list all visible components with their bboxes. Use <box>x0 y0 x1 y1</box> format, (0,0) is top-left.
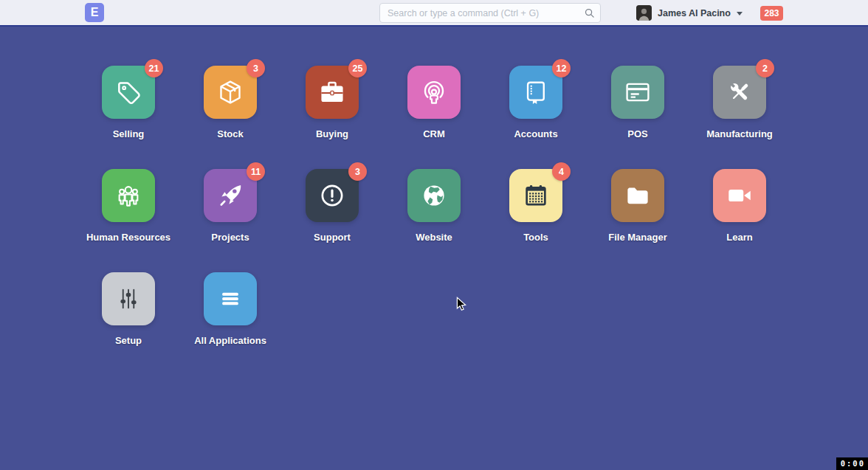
app-logo[interactable]: E <box>85 3 104 22</box>
search-input[interactable] <box>379 3 601 23</box>
app-accounts[interactable]: 12Accounts <box>485 66 587 169</box>
app-label: CRM <box>423 128 445 139</box>
ledger-book-icon <box>522 78 550 106</box>
folder-icon <box>624 182 652 210</box>
app-label: Tools <box>523 232 548 243</box>
app-pos[interactable]: POS <box>587 66 689 169</box>
avatar <box>636 5 652 21</box>
chevron-down-icon <box>737 12 743 15</box>
app-label: File Manager <box>608 232 666 243</box>
app-label: Website <box>416 232 452 243</box>
sliders-icon <box>114 285 142 313</box>
package-icon <box>216 78 244 106</box>
app-label: Setup <box>115 335 142 346</box>
notification-badge: 2 <box>756 59 774 77</box>
app-label: Stock <box>217 128 243 139</box>
app-label: Manufacturing <box>706 128 773 139</box>
globe-icon <box>420 182 448 210</box>
app-file-manager[interactable]: File Manager <box>587 169 689 272</box>
notification-badge: 21 <box>145 59 163 77</box>
app-tools[interactable]: 4Tools <box>485 169 587 272</box>
app-projects[interactable]: 11Projects <box>179 169 281 272</box>
app-support[interactable]: 3Support <box>281 169 383 272</box>
app-manufacturing[interactable]: 2Manufacturing <box>689 66 790 169</box>
user-menu[interactable]: James Al Pacino <box>636 5 743 21</box>
app-label: POS <box>627 128 647 139</box>
notification-badge: 3 <box>247 59 265 77</box>
credit-card-icon <box>624 78 652 106</box>
app-website[interactable]: Website <box>383 169 485 272</box>
app-all-applications[interactable]: All Applications <box>179 272 281 376</box>
calendar-icon <box>522 182 550 210</box>
app-buying[interactable]: 25Buying <box>281 66 383 169</box>
app-label: Selling <box>113 128 145 139</box>
tag-icon <box>114 78 142 106</box>
navbar: E James Al Pacino 283 <box>0 0 868 27</box>
app-crm[interactable]: CRM <box>383 66 485 169</box>
app-selling[interactable]: 21Selling <box>78 66 179 169</box>
app-learn[interactable]: Learn <box>689 169 790 272</box>
notification-badge: 4 <box>552 162 571 181</box>
app-label: All Applications <box>194 335 266 346</box>
notifications-count-badge[interactable]: 283 <box>760 6 783 21</box>
briefcase-icon <box>318 78 346 106</box>
app-label: Learn <box>726 232 752 243</box>
app-label: Buying <box>316 128 348 139</box>
tools-crossed-icon <box>726 78 754 106</box>
broadcast-person-icon <box>420 78 448 106</box>
app-label: Support <box>314 232 351 243</box>
notification-badge: 3 <box>348 162 367 181</box>
desktop-screen: E James Al Pacino 283 21Selling3Stoc <box>0 0 868 470</box>
app-label: Human Resources <box>86 232 170 243</box>
notification-badge: 12 <box>552 59 571 77</box>
app-label: Projects <box>211 232 249 243</box>
rocket-icon <box>216 182 244 210</box>
search-icon <box>584 7 595 18</box>
user-name: James Al Pacino <box>658 8 731 18</box>
search-box <box>379 3 601 23</box>
app-setup[interactable]: Setup <box>78 272 179 376</box>
app-human-resources[interactable]: Human Resources <box>78 169 179 272</box>
notification-badge: 11 <box>247 162 265 181</box>
exclamation-circle-icon <box>318 182 346 210</box>
app-stock[interactable]: 3Stock <box>179 66 281 169</box>
people-icon <box>114 182 142 210</box>
video-camera-icon <box>726 182 754 210</box>
menu-icon <box>216 285 244 313</box>
app-grid: 21Selling3Stock25BuyingCRM12AccountsPOS2… <box>78 66 790 376</box>
notification-badge: 25 <box>348 59 367 77</box>
recording-timer: 0:00 <box>836 457 868 470</box>
app-label: Accounts <box>514 128 557 139</box>
